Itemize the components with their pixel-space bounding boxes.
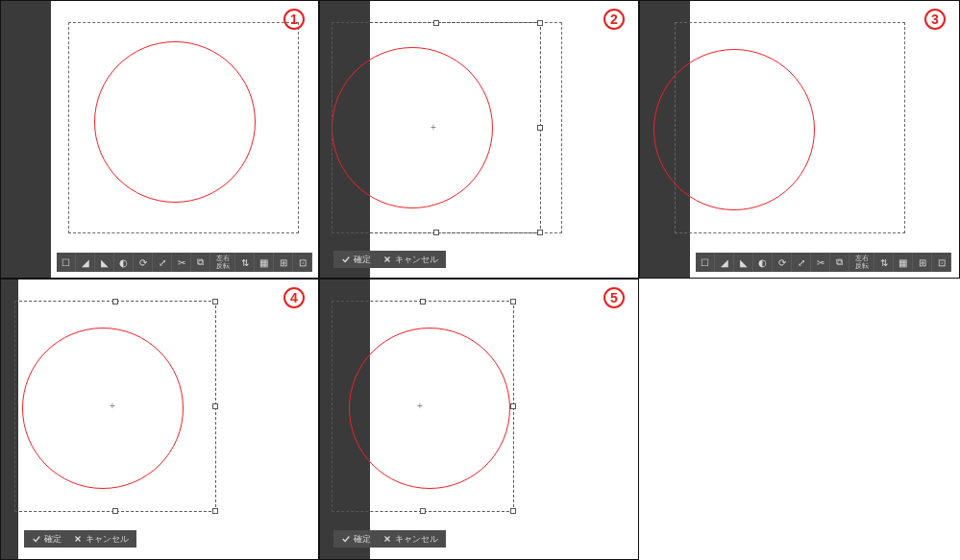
panel-step-4: + 4 確定 キャンセル [0, 279, 319, 560]
tool-hue-icon[interactable]: ◐ [114, 253, 134, 272]
step-badge: 2 [603, 9, 625, 30]
confirm-button[interactable]: 確定 [337, 533, 375, 546]
handle-bottom-right[interactable] [212, 508, 218, 514]
tool-copy-icon[interactable]: ⧉ [830, 253, 849, 272]
tool-rotate-icon[interactable]: ⟳ [773, 253, 792, 272]
confirm-button[interactable]: 確定 [28, 533, 65, 546]
editor-canvas[interactable] [51, 1, 318, 278]
tool-grid-icon[interactable]: ▦ [255, 253, 274, 272]
tool-tone-icon[interactable]: ◣ [95, 253, 114, 272]
tool-crop-icon[interactable]: ◢ [76, 253, 95, 272]
tool-snap-icon[interactable]: ⊞ [274, 253, 293, 272]
transform-bounding-box[interactable]: + [332, 22, 541, 233]
transform-confirm-bar: 確定 キャンセル [333, 530, 446, 548]
tool-deselect-icon[interactable]: ☐ [696, 253, 715, 272]
step-badge: 3 [924, 9, 946, 30]
panel-step-1: 1 ☐ ◢ ◣ ◐ ⟳ ⤢ ✂ ⧉ 左右 反転 ⇅ ▦ ⊞ ⊡ [0, 0, 319, 279]
step-badge: 1 [283, 9, 305, 30]
tool-snap-icon[interactable]: ⊞ [913, 253, 932, 272]
close-icon [382, 534, 392, 544]
handle-right-mid[interactable] [510, 403, 516, 409]
check-icon [341, 534, 351, 544]
check-icon [341, 255, 351, 264]
panel-step-3: 3 ☐ ◢ ◣ ◐ ⟳ ⤢ ✂ ⧉ 左右 反転 ⇅ ▦ ⊞ ⊡ [639, 0, 960, 279]
check-icon [32, 534, 41, 544]
tool-grid-icon[interactable]: ▦ [894, 253, 913, 272]
handle-right-mid[interactable] [212, 403, 218, 409]
tool-cut-icon[interactable]: ✂ [811, 253, 830, 272]
editor-canvas[interactable] [690, 1, 959, 278]
cancel-label: キャンセル [86, 533, 129, 546]
tool-flip-vertical-icon[interactable]: ⇅ [235, 253, 255, 272]
cancel-label: キャンセル [395, 254, 438, 266]
handle-bottom-mid[interactable] [433, 230, 439, 235]
cancel-button[interactable]: キャンセル [379, 254, 442, 266]
confirm-label: 確定 [354, 254, 371, 266]
tool-guide-icon[interactable]: ⊡ [932, 253, 951, 272]
cancel-button[interactable]: キャンセル [379, 533, 442, 546]
step-badge: 4 [283, 287, 305, 308]
editor-canvas[interactable]: + [18, 280, 318, 559]
handle-top-mid[interactable] [420, 299, 426, 304]
tool-tone-icon[interactable]: ◣ [734, 253, 753, 272]
confirm-label: 確定 [354, 533, 371, 546]
drawn-circle [22, 328, 184, 489]
transform-confirm-bar: 確定 キャンセル [24, 530, 136, 548]
handle-top-right[interactable] [212, 299, 218, 304]
handle-bottom-mid[interactable] [112, 508, 118, 514]
step-badge: 5 [603, 287, 625, 308]
selection-toolbar: ☐ ◢ ◣ ◐ ⟳ ⤢ ✂ ⧉ 左右 反転 ⇅ ▦ ⊞ ⊡ [696, 253, 951, 272]
handle-top-right[interactable] [510, 299, 516, 304]
tool-flip-horizontal[interactable]: 左右 反転 [849, 253, 874, 272]
close-icon [73, 534, 83, 544]
transform-anchor-icon[interactable]: + [431, 122, 436, 133]
tool-guide-icon[interactable]: ⊡ [293, 253, 312, 272]
cancel-label: キャンセル [395, 533, 438, 546]
handle-bottom-mid[interactable] [420, 508, 426, 514]
handle-right-mid[interactable] [537, 125, 543, 131]
panel-step-2: + 2 確定 キャンセル [319, 0, 639, 279]
tool-flip-horizontal[interactable]: 左右 反転 [210, 253, 235, 272]
drawn-circle [349, 328, 510, 489]
tool-cut-icon[interactable]: ✂ [172, 253, 191, 272]
tool-copy-icon[interactable]: ⧉ [191, 253, 210, 272]
cancel-button[interactable]: キャンセル [69, 533, 133, 546]
tool-deselect-icon[interactable]: ☐ [57, 253, 76, 272]
tool-rotate-icon[interactable]: ⟳ [134, 253, 153, 272]
handle-top-mid[interactable] [112, 299, 118, 304]
drawn-circle [94, 41, 256, 203]
handle-top-right[interactable] [537, 20, 543, 26]
editor-canvas[interactable]: + [370, 1, 638, 278]
tool-scale-icon[interactable]: ⤢ [792, 253, 811, 272]
handle-top-mid[interactable] [433, 20, 439, 26]
drawn-circle [653, 49, 815, 210]
tool-flip-vertical-icon[interactable]: ⇅ [874, 253, 894, 272]
editor-canvas[interactable]: + [370, 280, 638, 559]
tool-hue-icon[interactable]: ◐ [753, 253, 773, 272]
close-icon [382, 255, 392, 264]
panel-step-5: + 5 確定 キャンセル [319, 279, 639, 560]
transform-confirm-bar: 確定 キャンセル [333, 251, 446, 268]
confirm-label: 確定 [44, 533, 62, 546]
confirm-button[interactable]: 確定 [337, 254, 375, 266]
editor-sidebar [1, 1, 51, 278]
tool-scale-icon[interactable]: ⤢ [153, 253, 172, 272]
handle-bottom-right[interactable] [510, 508, 516, 514]
handle-bottom-right[interactable] [537, 230, 543, 235]
tool-crop-icon[interactable]: ◢ [715, 253, 734, 272]
selection-toolbar: ☐ ◢ ◣ ◐ ⟳ ⤢ ✂ ⧉ 左右 反転 ⇅ ▦ ⊞ ⊡ [57, 253, 312, 272]
